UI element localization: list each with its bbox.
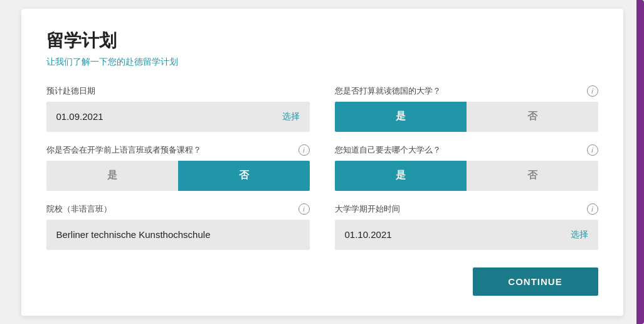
page-subtitle: 让我们了解一下您的赴德留学计划: [46, 57, 598, 68]
semester-start-select-link[interactable]: 选择: [571, 229, 588, 240]
language-course-yes-btn[interactable]: 是: [46, 161, 178, 191]
know-university-field: 您知道自己要去哪个大学么？ i 是 否: [335, 144, 598, 191]
semester-start-label-row: 大学学期开始时间 i: [335, 203, 598, 215]
institution-field: 院校（非语言班） i Berliner technische Kunsthoch…: [46, 203, 310, 250]
semester-start-info-icon[interactable]: i: [587, 203, 598, 215]
arrival-date-field: 预计赴德日期 01.09.2021 选择: [46, 85, 310, 132]
institution-info-icon[interactable]: i: [298, 203, 310, 215]
arrival-date-value: 01.09.2021: [56, 111, 103, 122]
purple-accent-bar: [636, 0, 644, 324]
know-university-no-btn[interactable]: 否: [467, 161, 598, 191]
main-card: 留学计划 让我们了解一下您的赴德留学计划 预计赴德日期 01.09.2021 选…: [21, 9, 623, 316]
page-wrapper: 留学计划 让我们了解一下您的赴德留学计划 预计赴德日期 01.09.2021 选…: [0, 0, 644, 324]
semester-start-input[interactable]: 01.10.2021 选择: [335, 220, 598, 250]
page-title: 留学计划: [46, 29, 598, 53]
know-university-info-icon[interactable]: i: [587, 144, 598, 156]
institution-label: 院校（非语言班）: [46, 203, 112, 215]
know-university-yes-btn[interactable]: 是: [335, 161, 467, 191]
know-university-label: 您知道自己要去哪个大学么？: [335, 144, 441, 156]
language-course-toggle: 是 否: [46, 161, 310, 191]
attend-university-yes-btn[interactable]: 是: [335, 102, 467, 132]
language-course-label: 你是否会在开学前上语言班或者预备课程？: [46, 144, 201, 156]
language-course-info-icon[interactable]: i: [298, 144, 310, 156]
language-course-field: 你是否会在开学前上语言班或者预备课程？ i 是 否: [46, 144, 310, 191]
footer: CONTINUE: [46, 267, 598, 296]
language-course-label-row: 你是否会在开学前上语言班或者预备课程？ i: [46, 144, 310, 156]
form-grid: 预计赴德日期 01.09.2021 选择 您是否打算就读德国的大学？ i 是 否: [46, 85, 598, 250]
semester-start-field: 大学学期开始时间 i 01.10.2021 选择: [335, 203, 598, 250]
arrival-date-label: 预计赴德日期: [46, 85, 310, 97]
institution-value: Berliner technische Kunsthochschule: [46, 220, 310, 250]
know-university-label-row: 您知道自己要去哪个大学么？ i: [335, 144, 598, 156]
attend-university-no-btn[interactable]: 否: [467, 102, 598, 132]
language-course-no-btn[interactable]: 否: [178, 161, 310, 191]
arrival-date-select-link[interactable]: 选择: [282, 111, 300, 122]
semester-start-value: 01.10.2021: [345, 229, 392, 240]
attend-university-field: 您是否打算就读德国的大学？ i 是 否: [335, 85, 598, 132]
arrival-date-input[interactable]: 01.09.2021 选择: [46, 102, 310, 132]
attend-university-label: 您是否打算就读德国的大学？: [335, 85, 441, 97]
institution-label-row: 院校（非语言班） i: [46, 203, 310, 215]
attend-university-info-icon[interactable]: i: [587, 85, 598, 97]
know-university-toggle: 是 否: [335, 161, 598, 191]
attend-university-label-row: 您是否打算就读德国的大学？ i: [335, 85, 598, 97]
continue-button[interactable]: CONTINUE: [473, 267, 598, 296]
attend-university-toggle: 是 否: [335, 102, 598, 132]
semester-start-label: 大学学期开始时间: [335, 203, 400, 215]
